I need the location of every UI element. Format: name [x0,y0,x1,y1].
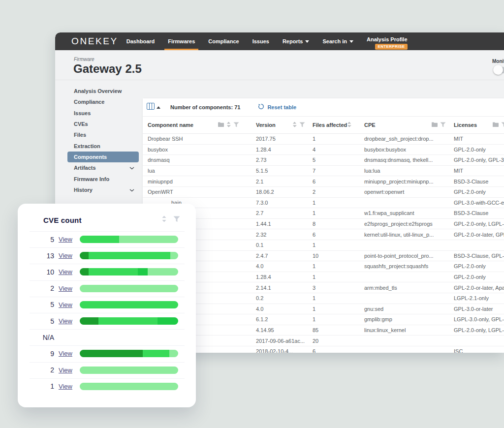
column-header-files-affected[interactable]: Files affected [308,122,359,128]
cve-row: 5View [18,297,196,313]
cve-severity-bar [80,252,178,259]
filter-icon[interactable] [233,122,239,128]
sidebar-item-label: Extraction [74,143,100,149]
column-header-label: Version [256,122,276,128]
folder-icon[interactable] [218,122,224,128]
filter-icon[interactable] [501,122,504,128]
cell-name: Dropbear SSH [143,136,251,142]
nav-item-firmwares[interactable]: Firmwares [168,32,195,50]
sidebar-item-issues[interactable]: Issues [67,108,139,119]
view-link[interactable]: View [59,350,76,357]
table-row[interactable]: 2.326kernel:util-linux, util-linux_p...G… [143,229,504,240]
sidebar-item-history[interactable]: History [67,184,139,195]
nav-item-dashboard[interactable]: Dashboard [126,32,155,50]
table-row[interactable]: busybox1.28.44busybox:busyboxGPL-2.0-onl… [143,145,504,155]
column-header-licenses[interactable]: Licenses [449,122,504,128]
sidebar-item-artifacts[interactable]: Artifacts [67,162,139,173]
monitor-control: Monitor [492,59,504,73]
cell-files-affected: 5 [308,157,359,163]
chevron-down-icon [349,40,353,43]
table-row[interactable]: Dropbear SSH2017.751dropbear_ssh_project… [143,134,504,145]
sort-icon[interactable] [161,215,167,224]
page-title: Gateway 2.5 [73,62,142,76]
table-row[interactable]: 2018-02-10-4...6ISC [143,346,504,353]
table-row[interactable]: 2017-09-06-a61ac...20 [143,336,504,346]
nav-item-label: Analysis Profile [367,36,408,42]
folder-icon[interactable] [432,122,438,128]
cve-rows: 5View13View10View2View5View5ViewN/A9View… [18,231,196,395]
cell-version: 2017.75 [251,136,308,142]
column-settings-button[interactable] [147,103,160,112]
firmware-eyebrow: Firmware [74,57,94,62]
nav-item-compliance[interactable]: Compliance [208,32,239,50]
sidebar-item-extraction[interactable]: Extraction [67,140,139,151]
sidebar-item-analysis-overview[interactable]: Analysis Overview [67,86,139,96]
bar-segment-bright [158,317,178,325]
table-row[interactable]: OpenWRT18.06.22openwrt:openwrtGPL-2.0-on… [143,187,504,198]
cell-licenses: GPL-2.0-only, LGPL-2.0-only [449,221,504,227]
nav-item-search-in[interactable]: Search in [322,32,353,50]
table-row[interactable]: 0.11 [143,240,504,251]
table-row[interactable]: dnsmasq2.735dnsmasq:dnsmasq, thekell...G… [143,155,504,166]
cell-files-affected: 2 [308,189,359,195]
sidebar-item-firmware-info[interactable]: Firmware Info [67,173,139,184]
nav-item-issues[interactable]: Issues [252,32,269,50]
cve-severity-bar [80,236,178,243]
column-header-version[interactable]: Version [251,122,308,128]
table-row[interactable]: hain7.3.01GPL-3.0-with-GCC-exception [143,198,504,209]
cve-row: 10View [18,264,196,280]
view-link[interactable]: View [59,236,76,243]
table-row[interactable]: 2.14.13arm:mbed_tlsGPL-2.0-or-later, Apa… [143,282,504,293]
column-header-cpe[interactable]: CPE [359,122,449,128]
sidebar-item-components[interactable]: Components [67,152,139,162]
table-row[interactable]: miniupnpd2.16miniupnp_project:miniupnp..… [143,176,504,187]
view-link[interactable]: View [59,301,76,308]
view-link[interactable]: View [59,252,76,259]
sidebar-item-compliance[interactable]: Compliance [67,96,139,107]
table-row[interactable]: 6.1.21gmplib:gmpLGPL-3.0-only, GPL-2.0-o… [143,314,504,325]
cell-files-affected: 4 [308,147,359,153]
cell-files-affected: 6 [308,348,359,353]
table-row[interactable]: 1.28.41GPL-2.0-only [143,272,504,283]
cell-licenses: LGPL-3.0-only, GPL-2.0-onl... [449,316,504,322]
table-row[interactable]: 4.01squashfs_project:squashfsGPL-2.0-onl… [143,261,504,272]
monitor-toggle[interactable] [494,67,504,73]
cell-files-affected: 20 [308,338,359,344]
sort-icon[interactable] [292,122,297,128]
filter-icon[interactable] [173,215,180,224]
chevron-down-icon [129,165,134,171]
nav-item-reports[interactable]: Reports [283,32,310,50]
sidebar-item-cves[interactable]: CVEs [67,119,139,129]
table-row[interactable]: lua5.1.57lua:luaMIT [143,166,504,177]
sort-icon[interactable] [226,122,231,128]
cve-row: 9View [18,345,196,362]
chevron-down-icon [129,187,134,193]
nav-item-analysis-profile[interactable]: Analysis ProfileENTERPRISE [367,32,408,50]
cell-version: 7.3.0 [251,200,308,206]
view-link[interactable]: View [59,285,76,292]
filter-icon[interactable] [299,122,305,128]
table-row[interactable]: 4.14.9585linux:linux_kernelGPL-2.0-only,… [143,325,504,336]
chevron-down-icon [305,40,309,43]
sort-icon[interactable] [347,122,351,128]
cve-row: 1View [18,378,196,395]
cve-row: N/A [18,329,196,345]
table-row[interactable]: 2.4.710point-to-point_protocol_pro...BSD… [143,251,504,262]
column-header-component-name[interactable]: Component name [143,122,251,128]
sidebar-item-files[interactable]: Files [67,129,139,140]
filter-icon[interactable] [440,122,446,128]
reset-table-button[interactable]: Reset table [258,103,296,112]
folder-icon[interactable] [493,122,499,128]
cve-severity-bar [80,383,178,390]
cell-licenses: LGPL-2.1-only [449,295,504,301]
cell-cpe: lua:lua [359,168,449,174]
table-row[interactable]: 1.44.18e2fsprogs_project:e2fsprogsGPL-2.… [143,219,504,230]
cell-files-affected: 1 [308,263,359,269]
view-link[interactable]: View [59,383,76,390]
view-link[interactable]: View [59,268,76,275]
table-row[interactable]: 0.21LGPL-2.1-only [143,293,504,304]
view-link[interactable]: View [59,317,76,325]
view-link[interactable]: View [59,367,76,374]
table-row[interactable]: 2.71w1.fi:wpa_supplicantBSD-3-Clause [143,208,504,219]
table-row[interactable]: 4.01gnu:sedGPL-3.0-or-later [143,304,504,315]
